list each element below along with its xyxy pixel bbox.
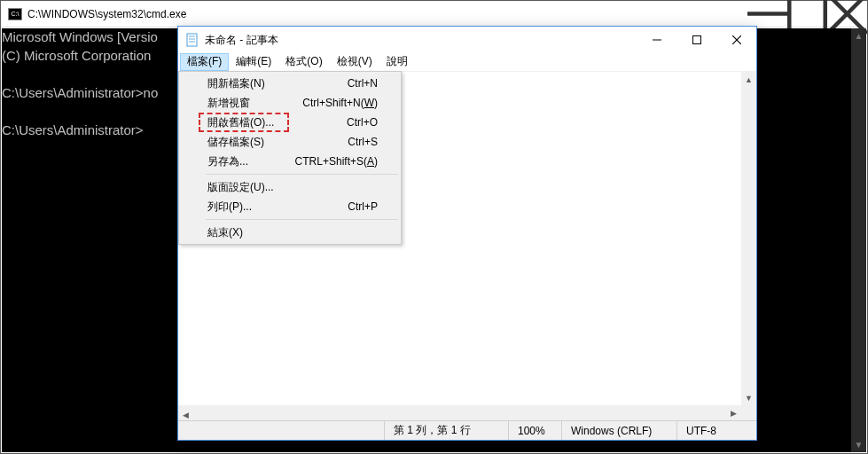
svg-rect-4 bbox=[187, 34, 197, 46]
notepad-statusbar: 第 1 列，第 1 行 100% Windows (CRLF) UTF-8 bbox=[178, 420, 756, 440]
menu-separator bbox=[206, 174, 398, 175]
status-line-ending: Windows (CRLF) bbox=[561, 421, 676, 440]
menu-label: 新增視窗 bbox=[207, 96, 302, 111]
notepad-icon bbox=[185, 33, 199, 47]
menu-label: 開新檔案(N) bbox=[207, 76, 348, 91]
menu-item-new[interactable]: 開新檔案(N) Ctrl+N bbox=[181, 74, 399, 93]
menu-label: 版面設定(U)... bbox=[207, 180, 378, 195]
menu-format[interactable]: 格式(O) bbox=[278, 53, 329, 71]
cmd-titlebar[interactable]: C:\ C:\WINDOWS\system32\cmd.exe bbox=[1, 1, 867, 27]
menu-item-print[interactable]: 列印(P)... Ctrl+P bbox=[181, 197, 399, 216]
menu-edit[interactable]: 編輯(E) bbox=[229, 53, 278, 71]
scroll-down-icon[interactable]: ▼ bbox=[741, 390, 756, 405]
notepad-titlebar[interactable]: 未命名 - 記事本 bbox=[178, 27, 756, 53]
notepad-title: 未命名 - 記事本 bbox=[205, 33, 637, 48]
scroll-up-icon[interactable]: ▲ bbox=[741, 72, 756, 87]
menu-item-page-setup[interactable]: 版面設定(U)... bbox=[181, 177, 399, 197]
menu-label: 列印(P)... bbox=[207, 200, 348, 215]
notepad-menubar: 檔案(F) 編輯(E) 格式(O) 檢視(V) 說明 開新檔案(N) Ctrl+… bbox=[178, 53, 756, 71]
menu-item-open[interactable]: 開啟舊檔(O)... Ctrl+O bbox=[181, 113, 399, 132]
menu-shortcut: Ctrl+S bbox=[348, 136, 378, 148]
menu-shortcut: Ctrl+Shift+N(W) bbox=[302, 97, 378, 109]
scroll-corner bbox=[741, 405, 756, 420]
menu-item-exit[interactable]: 結束(X) bbox=[181, 223, 399, 242]
notepad-vscrollbar[interactable]: ▲ ▼ bbox=[741, 72, 756, 405]
menu-shortcut: Ctrl+N bbox=[348, 77, 378, 90]
svg-rect-9 bbox=[692, 36, 700, 44]
scroll-down-icon[interactable]: ▼ bbox=[851, 437, 866, 452]
status-zoom: 100% bbox=[508, 421, 561, 440]
svg-rect-1 bbox=[789, 0, 825, 32]
notepad-maximize-button[interactable] bbox=[676, 27, 716, 53]
notepad-minimize-button[interactable] bbox=[637, 27, 676, 53]
notepad-hscrollbar[interactable]: ◀ ▶ bbox=[178, 405, 741, 420]
menu-help[interactable]: 說明 bbox=[379, 53, 415, 71]
cmd-title: C:\WINDOWS\system32\cmd.exe bbox=[27, 8, 747, 20]
notepad-close-button[interactable] bbox=[716, 27, 756, 53]
menu-label: 儲存檔案(S) bbox=[207, 135, 348, 150]
cmd-minimize-button[interactable] bbox=[747, 1, 787, 27]
cmd-scrollbar[interactable]: ▲ ▼ bbox=[851, 28, 866, 452]
menu-separator bbox=[206, 219, 398, 220]
menu-label: 結束(X) bbox=[207, 225, 378, 240]
status-encoding: UTF-8 bbox=[676, 421, 756, 440]
cmd-close-button[interactable] bbox=[827, 1, 867, 27]
cmd-maximize-button[interactable] bbox=[787, 1, 827, 27]
menu-item-saveas[interactable]: 另存為... CTRL+Shift+S(A) bbox=[181, 152, 399, 171]
menu-file[interactable]: 檔案(F) bbox=[180, 53, 229, 71]
menu-item-save[interactable]: 儲存檔案(S) Ctrl+S bbox=[181, 132, 399, 152]
menu-label: 另存為... bbox=[207, 154, 295, 169]
menu-shortcut: CTRL+Shift+S(A) bbox=[295, 155, 378, 168]
file-menu-popup: 開新檔案(N) Ctrl+N 新增視窗 Ctrl+Shift+N(W) 開啟舊檔… bbox=[178, 71, 402, 245]
scroll-right-icon[interactable]: ▶ bbox=[726, 405, 741, 420]
menu-view[interactable]: 檢視(V) bbox=[330, 53, 379, 71]
cmd-icon: C:\ bbox=[8, 8, 22, 20]
scroll-up-icon[interactable]: ▲ bbox=[851, 28, 866, 43]
menu-shortcut: Ctrl+O bbox=[347, 116, 378, 129]
menu-label: 開啟舊檔(O)... bbox=[207, 115, 347, 130]
menu-shortcut: Ctrl+P bbox=[348, 200, 378, 213]
menu-item-new-window[interactable]: 新增視窗 Ctrl+Shift+N(W) bbox=[181, 93, 399, 113]
notepad-window: 未命名 - 記事本 檔案(F) 編輯(E) 格式(O) 檢視(V) 說明 開新檔… bbox=[177, 26, 757, 441]
status-position: 第 1 列，第 1 行 bbox=[384, 421, 508, 440]
